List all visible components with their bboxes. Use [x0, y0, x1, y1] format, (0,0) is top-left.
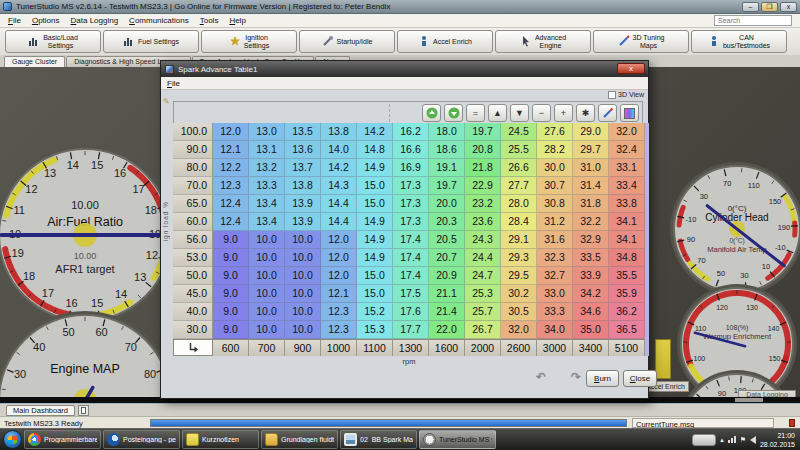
table-cell[interactable]: 34.1: [609, 231, 645, 249]
table-cell[interactable]: 21.8: [465, 159, 501, 177]
table-cell[interactable]: 13.6: [285, 141, 321, 159]
table-cell[interactable]: 17.4: [393, 249, 429, 267]
table-cell[interactable]: 25.5: [501, 141, 537, 159]
subtract-button[interactable]: −: [532, 104, 551, 122]
table-cell[interactable]: 27.7: [501, 177, 537, 195]
minimize-button[interactable]: –: [742, 2, 759, 12]
y-axis-value[interactable]: 45.0: [173, 285, 213, 303]
table-cell[interactable]: 13.7: [285, 159, 321, 177]
table-cell[interactable]: 32.0: [609, 123, 645, 141]
table-cell[interactable]: 17.6: [393, 303, 429, 321]
y-axis-value[interactable]: 50.0: [173, 267, 213, 285]
table-cell[interactable]: 13.4: [249, 195, 285, 213]
multiply-button[interactable]: ✱: [576, 104, 595, 122]
menu-tools[interactable]: Tools: [200, 16, 219, 25]
table-cell[interactable]: 25.7: [465, 303, 501, 321]
table-cell[interactable]: 32.2: [573, 213, 609, 231]
table-cell[interactable]: 18.0: [429, 123, 465, 141]
table-cell[interactable]: 12.0: [321, 267, 357, 285]
table-cell[interactable]: 12.4: [213, 195, 249, 213]
table-cell[interactable]: 14.3: [321, 177, 357, 195]
ignition-button[interactable]: Ignition Settings: [201, 30, 297, 53]
table-cell[interactable]: 14.9: [357, 159, 393, 177]
table-cell[interactable]: 17.7: [393, 321, 429, 339]
table-cell[interactable]: 20.5: [429, 231, 465, 249]
table-cell[interactable]: 20.9: [429, 267, 465, 285]
table-cell[interactable]: 24.5: [501, 123, 537, 141]
table-cell[interactable]: 10.0: [249, 303, 285, 321]
table-cell[interactable]: 31.0: [573, 159, 609, 177]
table-cell[interactable]: 28.0: [501, 195, 537, 213]
table-cell[interactable]: 16.9: [393, 159, 429, 177]
table-cell[interactable]: 13.8: [321, 123, 357, 141]
y-axis-value[interactable]: 40.0: [173, 303, 213, 321]
table-cell[interactable]: 17.5: [393, 285, 429, 303]
table-cell[interactable]: 9.0: [213, 285, 249, 303]
table-cell[interactable]: 15.0: [357, 195, 393, 213]
basic-load-button[interactable]: Basic/Load Settings: [5, 30, 101, 53]
table-cell[interactable]: 16.6: [393, 141, 429, 159]
maximize-button[interactable]: ❐: [761, 2, 778, 12]
table-cell[interactable]: 13.4: [249, 213, 285, 231]
table-cell[interactable]: 35.9: [609, 285, 645, 303]
table-cell[interactable]: 31.4: [573, 177, 609, 195]
table-cell[interactable]: 12.2: [213, 159, 249, 177]
table-cell[interactable]: 32.3: [537, 249, 573, 267]
y-axis-value[interactable]: 65.0: [173, 195, 213, 213]
table-cell[interactable]: 10.0: [285, 303, 321, 321]
table-cell[interactable]: 15.0: [357, 177, 393, 195]
table-cell[interactable]: 12.3: [213, 177, 249, 195]
table-cell[interactable]: 20.0: [429, 195, 465, 213]
table-cell[interactable]: 33.0: [537, 285, 573, 303]
table-cell[interactable]: 31.8: [573, 195, 609, 213]
table-cell[interactable]: 19.7: [429, 177, 465, 195]
new-dashboard-button[interactable]: [78, 405, 89, 416]
table-cell[interactable]: 33.5: [573, 249, 609, 267]
table-cell[interactable]: 13.8: [285, 177, 321, 195]
table-cell[interactable]: 12.0: [213, 123, 249, 141]
advanced-button[interactable]: Advanced Engine: [495, 30, 591, 53]
table-cell[interactable]: 15.0: [357, 267, 393, 285]
y-axis-value[interactable]: 53.0: [173, 249, 213, 267]
x-axis-value[interactable]: 1600: [429, 339, 465, 356]
table-cell[interactable]: 12.3: [321, 303, 357, 321]
table-cell[interactable]: 10.0: [249, 267, 285, 285]
table-cell[interactable]: 34.6: [573, 303, 609, 321]
table-cell[interactable]: 9.0: [213, 267, 249, 285]
table-cell[interactable]: 29.0: [573, 123, 609, 141]
y-axis-value[interactable]: 60.0: [173, 213, 213, 231]
add-button[interactable]: +: [554, 104, 573, 122]
table-cell[interactable]: 13.5: [285, 123, 321, 141]
dialog-titlebar[interactable]: Spark Advance Table1 x: [161, 61, 648, 77]
table-cell[interactable]: 29.5: [501, 267, 537, 285]
table-cell[interactable]: 14.4: [321, 195, 357, 213]
table-cell[interactable]: 14.2: [321, 159, 357, 177]
show-hidden-icons-icon[interactable]: ▴: [720, 436, 724, 444]
color-scale-button[interactable]: [620, 104, 639, 122]
table-cell[interactable]: 17.3: [393, 177, 429, 195]
table-cell[interactable]: 21.1: [429, 285, 465, 303]
x-axis-value[interactable]: 1000: [321, 339, 357, 356]
table-cell[interactable]: 14.9: [357, 213, 393, 231]
table-cell[interactable]: 19.1: [429, 159, 465, 177]
table-cell[interactable]: 21.4: [429, 303, 465, 321]
table-cell[interactable]: 10.0: [249, 321, 285, 339]
can-button[interactable]: CAN bus/Testmodes: [691, 30, 787, 53]
table-cell[interactable]: 15.2: [357, 303, 393, 321]
table-cell[interactable]: 30.7: [537, 177, 573, 195]
interpolate-button[interactable]: [598, 104, 617, 122]
table-cell[interactable]: 14.0: [321, 141, 357, 159]
table-cell[interactable]: 9.0: [213, 303, 249, 321]
x-axis-value[interactable]: 2000: [465, 339, 501, 356]
table-cell[interactable]: 15.0: [357, 285, 393, 303]
taskbar-item-tunerstudio-ms-v[interactable]: TunerStudio MS v...: [419, 430, 496, 449]
speaker-icon[interactable]: [750, 436, 756, 444]
table-cell[interactable]: 15.3: [357, 321, 393, 339]
table-cell[interactable]: 13.3: [249, 177, 285, 195]
table-cell[interactable]: 12.3: [321, 321, 357, 339]
increment-button[interactable]: ▲: [488, 104, 507, 122]
table-cell[interactable]: 12.0: [321, 231, 357, 249]
main-dashboard-tab[interactable]: Main Dashboard: [6, 405, 75, 416]
table-cell[interactable]: 32.4: [609, 141, 645, 159]
table-cell[interactable]: 34.2: [573, 285, 609, 303]
